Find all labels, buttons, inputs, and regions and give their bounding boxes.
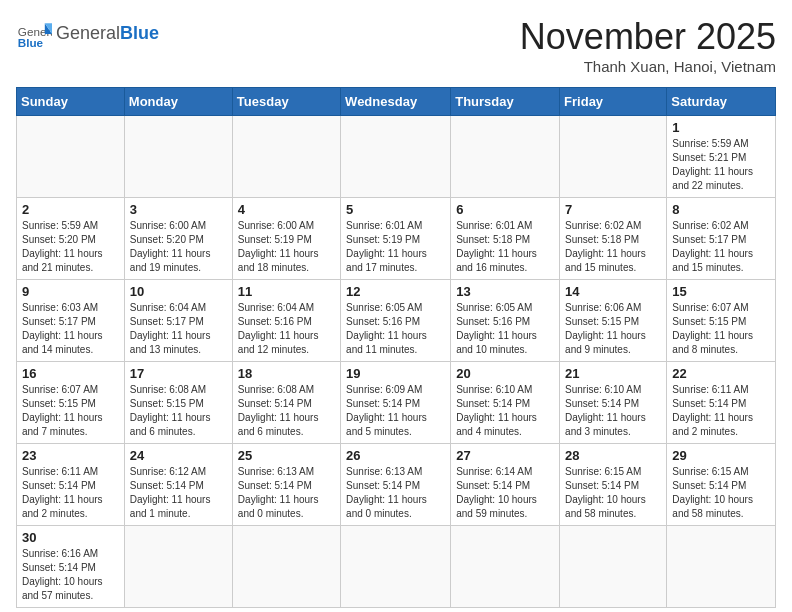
day-3: 3Sunrise: 6:00 AMSunset: 5:20 PMDaylight…: [124, 198, 232, 280]
logo-blue-text: Blue: [120, 23, 159, 43]
day-0: [124, 526, 232, 608]
day-22: 22Sunrise: 6:11 AMSunset: 5:14 PMDayligh…: [667, 362, 776, 444]
day-4: 4Sunrise: 6:00 AMSunset: 5:19 PMDaylight…: [232, 198, 340, 280]
day-11: 11Sunrise: 6:04 AMSunset: 5:16 PMDayligh…: [232, 280, 340, 362]
day-29: 29Sunrise: 6:15 AMSunset: 5:14 PMDayligh…: [667, 444, 776, 526]
day-10: 10Sunrise: 6:04 AMSunset: 5:17 PMDayligh…: [124, 280, 232, 362]
page-header: General Blue GeneralBlue November 2025 T…: [16, 16, 776, 75]
day-27: 27Sunrise: 6:14 AMSunset: 5:14 PMDayligh…: [451, 444, 560, 526]
day-0: [667, 526, 776, 608]
col-sunday: Sunday: [17, 88, 125, 116]
day-0: [232, 526, 340, 608]
col-wednesday: Wednesday: [341, 88, 451, 116]
day-25: 25Sunrise: 6:13 AMSunset: 5:14 PMDayligh…: [232, 444, 340, 526]
day-21: 21Sunrise: 6:10 AMSunset: 5:14 PMDayligh…: [560, 362, 667, 444]
day-0: [451, 116, 560, 198]
day-0: [451, 526, 560, 608]
col-monday: Monday: [124, 88, 232, 116]
col-friday: Friday: [560, 88, 667, 116]
day-2: 2Sunrise: 5:59 AMSunset: 5:20 PMDaylight…: [17, 198, 125, 280]
title-block: November 2025 Thanh Xuan, Hanoi, Vietnam: [520, 16, 776, 75]
day-24: 24Sunrise: 6:12 AMSunset: 5:14 PMDayligh…: [124, 444, 232, 526]
day-7: 7Sunrise: 6:02 AMSunset: 5:18 PMDaylight…: [560, 198, 667, 280]
col-thursday: Thursday: [451, 88, 560, 116]
day-0: [232, 116, 340, 198]
day-0: [560, 116, 667, 198]
day-18: 18Sunrise: 6:08 AMSunset: 5:14 PMDayligh…: [232, 362, 340, 444]
day-13: 13Sunrise: 6:05 AMSunset: 5:16 PMDayligh…: [451, 280, 560, 362]
logo-icon: General Blue: [16, 16, 52, 52]
day-9: 9Sunrise: 6:03 AMSunset: 5:17 PMDaylight…: [17, 280, 125, 362]
day-0: [341, 116, 451, 198]
col-tuesday: Tuesday: [232, 88, 340, 116]
day-28: 28Sunrise: 6:15 AMSunset: 5:14 PMDayligh…: [560, 444, 667, 526]
svg-text:Blue: Blue: [18, 36, 44, 49]
day-15: 15Sunrise: 6:07 AMSunset: 5:15 PMDayligh…: [667, 280, 776, 362]
day-1: 1Sunrise: 5:59 AMSunset: 5:21 PMDaylight…: [667, 116, 776, 198]
day-12: 12Sunrise: 6:05 AMSunset: 5:16 PMDayligh…: [341, 280, 451, 362]
day-5: 5Sunrise: 6:01 AMSunset: 5:19 PMDaylight…: [341, 198, 451, 280]
day-0: [560, 526, 667, 608]
day-17: 17Sunrise: 6:08 AMSunset: 5:15 PMDayligh…: [124, 362, 232, 444]
day-20: 20Sunrise: 6:10 AMSunset: 5:14 PMDayligh…: [451, 362, 560, 444]
col-saturday: Saturday: [667, 88, 776, 116]
location: Thanh Xuan, Hanoi, Vietnam: [520, 58, 776, 75]
day-0: [341, 526, 451, 608]
day-16: 16Sunrise: 6:07 AMSunset: 5:15 PMDayligh…: [17, 362, 125, 444]
day-19: 19Sunrise: 6:09 AMSunset: 5:14 PMDayligh…: [341, 362, 451, 444]
day-0: [124, 116, 232, 198]
day-23: 23Sunrise: 6:11 AMSunset: 5:14 PMDayligh…: [17, 444, 125, 526]
day-6: 6Sunrise: 6:01 AMSunset: 5:18 PMDaylight…: [451, 198, 560, 280]
logo: General Blue GeneralBlue: [16, 16, 159, 52]
logo-general-text: General: [56, 23, 120, 43]
month-title: November 2025: [520, 16, 776, 58]
logo-wordmark: GeneralBlue: [56, 24, 159, 44]
calendar-table: Sunday Monday Tuesday Wednesday Thursday…: [16, 87, 776, 608]
day-26: 26Sunrise: 6:13 AMSunset: 5:14 PMDayligh…: [341, 444, 451, 526]
day-8: 8Sunrise: 6:02 AMSunset: 5:17 PMDaylight…: [667, 198, 776, 280]
day-30: 30Sunrise: 6:16 AMSunset: 5:14 PMDayligh…: [17, 526, 125, 608]
day-0: [17, 116, 125, 198]
day-14: 14Sunrise: 6:06 AMSunset: 5:15 PMDayligh…: [560, 280, 667, 362]
